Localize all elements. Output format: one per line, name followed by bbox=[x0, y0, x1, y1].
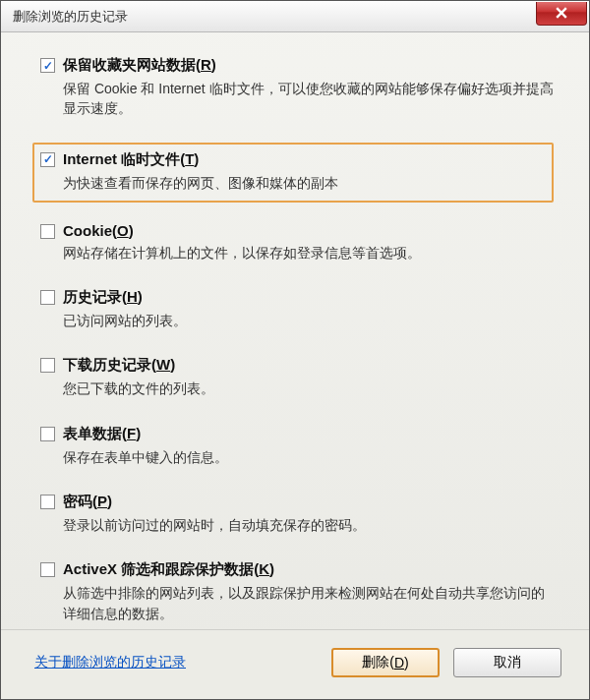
help-link[interactable]: 关于删除浏览的历史记录 bbox=[34, 654, 186, 671]
option-desc-password: 登录以前访问过的网站时，自动填充保存的密码。 bbox=[63, 515, 558, 535]
checkbox-history[interactable] bbox=[40, 290, 55, 305]
checkbox-favorites[interactable] bbox=[40, 58, 55, 73]
option-title-tempfiles: Internet 临时文件(T) bbox=[63, 150, 199, 169]
checkbox-download[interactable] bbox=[40, 358, 55, 373]
option-title-password: 密码(P) bbox=[63, 493, 112, 511]
dialog-content: 保留收藏夹网站数据(R) 保留 Cookie 和 Internet 临时文件，可… bbox=[1, 32, 589, 629]
cancel-button[interactable]: 取消 bbox=[453, 648, 561, 677]
option-desc-tempfiles: 为快速查看而保存的网页、图像和媒体的副本 bbox=[63, 173, 546, 193]
option-desc-favorites: 保留 Cookie 和 Internet 临时文件，可以使您收藏的网站能够保存偏… bbox=[63, 79, 558, 119]
option-desc-formdata: 保存在表单中键入的信息。 bbox=[63, 447, 558, 467]
option-head: ActiveX 筛选和跟踪保护数据(K) bbox=[40, 560, 558, 579]
checkbox-cookie[interactable] bbox=[40, 224, 55, 239]
option-download: 下载历史记录(W) 您已下载的文件的列表。 bbox=[38, 354, 560, 402]
option-head: 密码(P) bbox=[40, 493, 558, 511]
option-activex: ActiveX 筛选和跟踪保护数据(K) 从筛选中排除的网站列表，以及跟踪保护用… bbox=[38, 558, 560, 627]
option-history: 历史记录(H) 已访问网站的列表。 bbox=[38, 286, 560, 334]
option-desc-history: 已访问网站的列表。 bbox=[63, 311, 558, 330]
option-title-download: 下载历史记录(W) bbox=[63, 356, 175, 375]
close-button[interactable] bbox=[536, 2, 587, 26]
window-title: 删除浏览的历史记录 bbox=[13, 8, 128, 26]
checkbox-activex[interactable] bbox=[40, 562, 55, 577]
option-title-cookie: Cookie(O) bbox=[63, 222, 134, 239]
option-desc-cookie: 网站存储在计算机上的文件，以保存如登录信息等首选项。 bbox=[63, 243, 558, 262]
checkbox-password[interactable] bbox=[40, 495, 55, 509]
option-title-formdata: 表单数据(F) bbox=[63, 425, 141, 443]
dialog-window: 删除浏览的历史记录 保留收藏夹网站数据(R) 保留 Cookie 和 Inter… bbox=[0, 0, 590, 700]
option-head: 历史记录(H) bbox=[40, 288, 558, 307]
titlebar: 删除浏览的历史记录 bbox=[1, 1, 589, 32]
button-group: 删除(D) 取消 bbox=[331, 648, 561, 677]
option-head: 表单数据(F) bbox=[40, 425, 558, 443]
close-icon bbox=[556, 7, 567, 19]
option-tempfiles: Internet 临时文件(T) 为快速查看而保存的网页、图像和媒体的副本 bbox=[32, 143, 554, 203]
checkbox-formdata[interactable] bbox=[40, 427, 55, 441]
option-formdata: 表单数据(F) 保存在表单中键入的信息。 bbox=[38, 423, 560, 471]
option-title-activex: ActiveX 筛选和跟踪保护数据(K) bbox=[63, 560, 274, 579]
option-favorites: 保留收藏夹网站数据(R) 保留 Cookie 和 Internet 临时文件，可… bbox=[38, 54, 560, 123]
dialog-footer: 关于删除浏览的历史记录 删除(D) 取消 bbox=[1, 629, 589, 699]
option-head: Internet 临时文件(T) bbox=[40, 150, 546, 169]
option-head: 下载历史记录(W) bbox=[40, 356, 558, 375]
option-password: 密码(P) 登录以前访问过的网站时，自动填充保存的密码。 bbox=[38, 491, 560, 539]
option-head: 保留收藏夹网站数据(R) bbox=[40, 56, 558, 75]
option-title-favorites: 保留收藏夹网站数据(R) bbox=[63, 56, 216, 75]
option-title-history: 历史记录(H) bbox=[63, 288, 143, 307]
checkbox-tempfiles[interactable] bbox=[40, 152, 55, 167]
option-desc-activex: 从筛选中排除的网站列表，以及跟踪保护用来检测网站在何处自动共享您访问的详细信息的… bbox=[63, 583, 558, 623]
delete-button[interactable]: 删除(D) bbox=[331, 648, 440, 677]
option-head: Cookie(O) bbox=[40, 222, 558, 239]
option-cookie: Cookie(O) 网站存储在计算机上的文件，以保存如登录信息等首选项。 bbox=[38, 220, 560, 266]
option-desc-download: 您已下载的文件的列表。 bbox=[63, 379, 558, 398]
